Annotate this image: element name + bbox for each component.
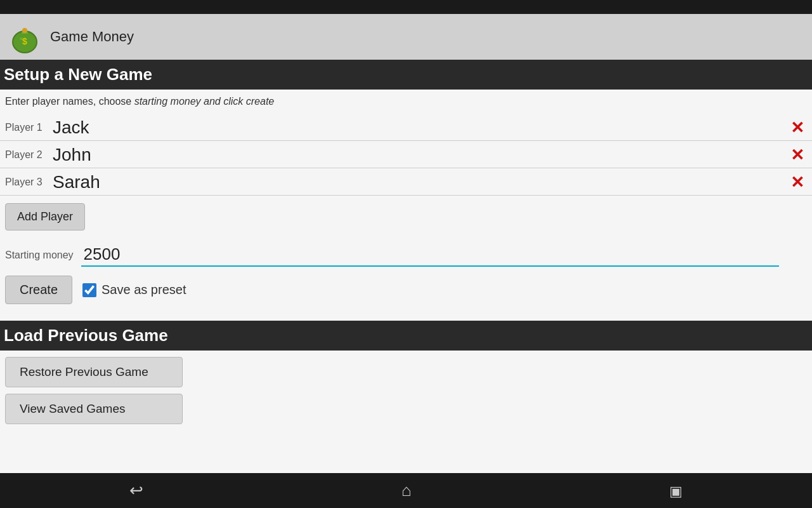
back-nav-button[interactable]: [104, 476, 169, 505]
svg-text:$: $: [22, 36, 27, 46]
subtitle-italic: starting money and click create: [134, 96, 275, 107]
save-preset-checkbox[interactable]: [82, 283, 96, 297]
app-icon: $: [8, 20, 43, 55]
main-content: Setup a New Game Enter player names, cho…: [0, 60, 812, 473]
setup-section-header: Setup a New Game: [0, 60, 812, 90]
view-saved-games-button[interactable]: View Saved Games: [5, 394, 183, 424]
svg-point-4: [20, 37, 23, 40]
load-section: Load Previous Game Restore Previous Game…: [0, 321, 812, 431]
player-1-input[interactable]: [53, 115, 807, 140]
player-row-1: Player 1 ✕: [0, 114, 812, 141]
starting-money-label: Starting money: [5, 250, 74, 261]
remove-player-3-button[interactable]: ✕: [788, 173, 807, 192]
load-heading: Load Previous Game: [4, 326, 808, 345]
app-header: $ Game Money: [0, 14, 812, 60]
load-buttons: Restore Previous Game View Saved Games: [0, 351, 812, 431]
player-3-label: Player 3: [5, 177, 53, 188]
load-section-header: Load Previous Game: [0, 321, 812, 351]
remove-player-2-button[interactable]: ✕: [788, 145, 807, 165]
bottom-nav: [0, 473, 812, 508]
player-2-input[interactable]: [53, 142, 807, 168]
save-preset-label[interactable]: Save as preset: [82, 283, 186, 297]
player-3-input[interactable]: [53, 170, 807, 195]
player-2-label: Player 2: [5, 149, 53, 161]
app-title: Game Money: [50, 29, 134, 45]
save-preset-text: Save as preset: [102, 283, 186, 297]
setup-form: Enter player names, choose starting mone…: [0, 90, 812, 318]
setup-subtitle: Enter player names, choose starting mone…: [0, 92, 812, 114]
restore-previous-game-button[interactable]: Restore Previous Game: [5, 357, 183, 387]
create-button[interactable]: Create: [5, 276, 72, 304]
player-row-3: Player 3 ✕: [0, 168, 812, 196]
setup-heading: Setup a New Game: [4, 65, 808, 84]
starting-money-row: Starting money: [0, 241, 812, 269]
subtitle-prefix: Enter player names, choose: [5, 96, 134, 107]
add-player-button[interactable]: Add Player: [5, 203, 85, 231]
remove-player-1-button[interactable]: ✕: [788, 118, 807, 138]
recents-nav-button[interactable]: [644, 476, 708, 505]
player-row-2: Player 2 ✕: [0, 141, 812, 168]
player-1-label: Player 1: [5, 122, 53, 133]
starting-money-input[interactable]: [81, 243, 779, 267]
svg-point-2: [22, 28, 27, 33]
create-row: Create Save as preset: [0, 269, 812, 311]
home-nav-button[interactable]: [376, 476, 437, 505]
status-bar: [0, 0, 812, 14]
